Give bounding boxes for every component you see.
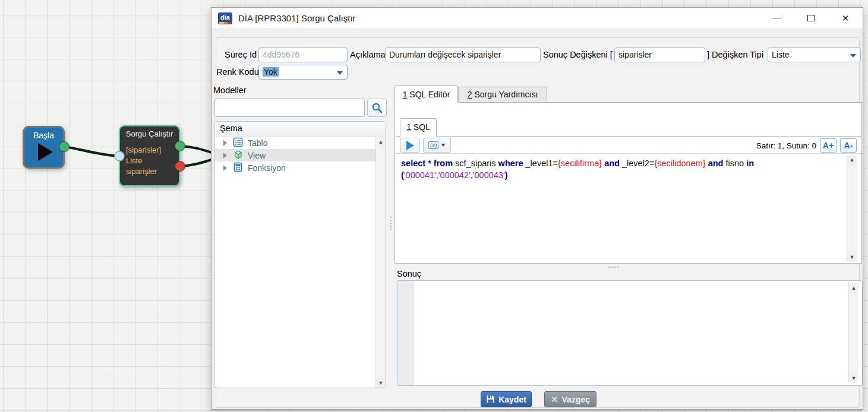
aciklama-label: Açıklama <box>350 50 386 59</box>
degisken-tipi-label: ] Değişken Tipi <box>707 50 763 59</box>
close-button[interactable]: ✕ <box>828 8 863 28</box>
sonuc-degiskeni-field[interactable]: siparisler <box>614 47 705 62</box>
vertical-splitter-handle[interactable] <box>390 217 392 230</box>
caret-status: Satır: 1, Sutun: 0 <box>756 141 816 150</box>
tree-header: Şema <box>215 122 386 137</box>
minimize-button[interactable] <box>759 8 794 28</box>
expander-icon[interactable] <box>223 140 227 146</box>
sonuc-label: Sonuç <box>397 269 421 278</box>
sql-line: select * from scf_siparis where _level1=… <box>401 157 844 169</box>
query-node-title: Sorgu Çalıştır <box>120 126 179 141</box>
close-icon: ✕ <box>842 14 850 23</box>
modeller-label: Modeller <box>213 85 247 95</box>
schema-tree: Şema TabloViewFonksiyon ▲ ▼ <box>214 121 386 388</box>
renk-kodu-label: Renk Kodu <box>216 67 257 77</box>
play-icon <box>406 141 414 150</box>
horizontal-splitter-handle[interactable] <box>608 267 618 268</box>
editor-toolbar: (x) Satır: 1, Sutun: 0 A+ A- <box>395 137 861 154</box>
scroll-up-icon[interactable]: ▲ <box>376 137 386 147</box>
x-icon: ✕ <box>551 394 558 405</box>
search-input[interactable] <box>214 99 365 117</box>
variable-insert-button[interactable]: (x) <box>423 138 451 153</box>
search-icon <box>371 102 383 113</box>
surec-id-field[interactable]: 4dd95676 <box>258 47 348 62</box>
flow-canvas[interactable]: Başla Sorgu Çalıştır [siparisler]Listesi… <box>0 0 868 412</box>
cancel-button[interactable]: ✕ Vazgeç <box>544 391 596 407</box>
font-decrease-button[interactable]: A- <box>840 138 857 153</box>
view-icon <box>233 150 248 161</box>
maximize-button[interactable] <box>794 8 828 28</box>
scroll-down-icon[interactable]: ▼ <box>849 373 858 383</box>
chevron-down-icon <box>441 144 446 147</box>
sonuc-degiskeni-label: Sonuç Değişkeni [ <box>543 50 613 59</box>
chevron-down-icon <box>337 71 343 75</box>
tree-item-label: Tablo <box>248 138 267 148</box>
save-button[interactable]: Kaydet <box>481 391 532 407</box>
tree-item-tablo[interactable]: Tablo <box>215 137 386 149</box>
dialog-titlebar[interactable]: dia DİA [RPR3301] Sorgu Çalıştır ✕ <box>212 8 863 29</box>
tree-item-label: View <box>248 151 266 160</box>
start-node-title: Başla <box>24 131 63 140</box>
run-query-button[interactable] <box>400 138 420 153</box>
floppy-icon <box>486 395 495 404</box>
font-increase-button[interactable]: A+ <box>820 138 837 153</box>
edge-query-output-bottom[interactable] <box>180 159 215 166</box>
edge-start-to-query[interactable] <box>64 147 119 156</box>
dialog-title: DİA [RPR3301] Sorgu Çalıştır <box>238 13 356 23</box>
sonuc-result-panel[interactable]: ▲ ▼ <box>397 280 863 386</box>
dia-logo-icon: dia <box>218 12 232 24</box>
tab-sql[interactable]: 1 SQL <box>400 118 437 137</box>
edge-query-output-top[interactable] <box>180 146 215 154</box>
table-icon <box>233 137 248 149</box>
degisken-tipi-select[interactable]: Liste <box>768 47 861 62</box>
renk-kodu-value: Yok <box>263 67 279 77</box>
tree-item-label: Fonksiyon <box>248 163 286 173</box>
sonuc-gutter <box>397 281 414 385</box>
fx-icon: (x) <box>428 141 438 149</box>
tree-item-fonksiyon[interactable]: Fonksiyon <box>215 161 386 174</box>
sonuc-scrollbar[interactable]: ▲ ▼ <box>848 283 858 383</box>
surec-id-label: Süreç Id <box>216 50 257 59</box>
renk-kodu-select[interactable]: Yok <box>258 65 348 80</box>
expander-icon[interactable] <box>223 165 227 171</box>
function-icon <box>233 162 248 174</box>
sql-editor-frame: 1 SQL (x) Satır: 1, Sutun: 0 A+ A- selec… <box>394 102 862 264</box>
tree-scrollbar[interactable]: ▲ ▼ <box>375 137 386 388</box>
scroll-up-icon[interactable]: ▲ <box>849 283 858 293</box>
maximize-icon <box>807 15 815 21</box>
expander-icon[interactable] <box>223 153 227 159</box>
minimize-icon <box>773 18 781 18</box>
degisken-tipi-value: Liste <box>772 50 790 59</box>
query-node-line: Liste <box>120 156 179 166</box>
query-node-line: [siparisler] <box>120 145 179 156</box>
sql-line: ('000041','000042','000043') <box>401 169 844 181</box>
tab-sorgu-yardimcisi[interactable]: 2 Sorgu Yardımcısı <box>458 87 547 103</box>
scroll-up-icon[interactable]: ▲ <box>847 155 857 164</box>
dialog-sorgu-calistir: dia DİA [RPR3301] Sorgu Çalıştır ✕ Süreç… <box>211 7 863 410</box>
tree-item-view[interactable]: View <box>215 149 386 161</box>
sql-text-area[interactable]: select * from scf_siparis where _level1=… <box>401 157 844 181</box>
editor-scrollbar[interactable]: ▲ ▼ <box>847 155 857 262</box>
scroll-down-icon[interactable]: ▼ <box>847 252 857 262</box>
chevron-down-icon <box>850 54 856 58</box>
play-icon <box>38 143 53 161</box>
query-node-line: siparişler <box>120 166 179 177</box>
scroll-down-icon[interactable]: ▼ <box>376 378 386 388</box>
aciklama-field[interactable]: Durumları değişecek siparişler <box>385 47 541 62</box>
start-node[interactable]: Başla <box>23 126 65 169</box>
query-node[interactable]: Sorgu Çalıştır [siparisler]Listesiparişl… <box>119 125 180 186</box>
search-button[interactable] <box>367 99 387 117</box>
tab-sql-editor[interactable]: 1 SQL Editör <box>394 85 458 103</box>
query-node-output-lines: [siparisler]Listesiparişler <box>120 145 179 177</box>
